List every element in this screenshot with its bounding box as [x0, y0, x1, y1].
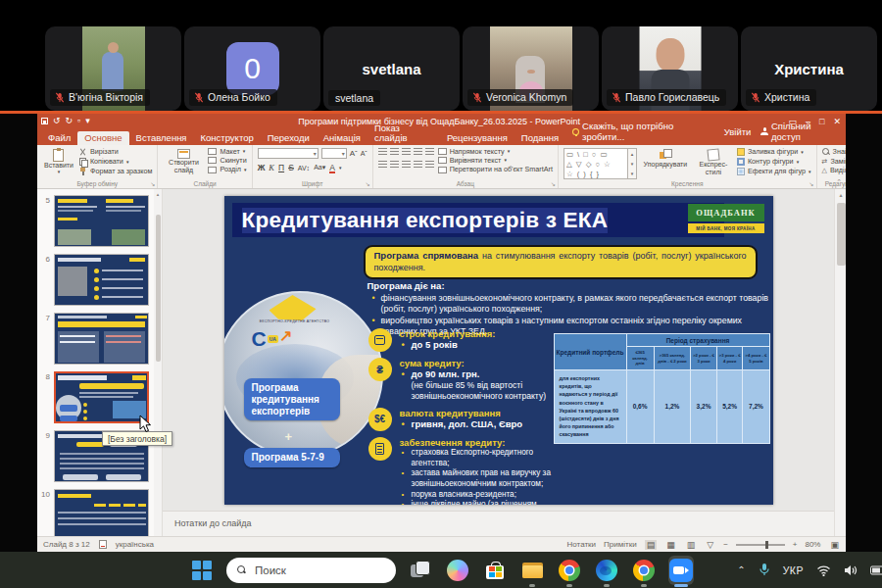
slideshow-view-button[interactable]: ▽: [705, 540, 715, 550]
tab-slideshow[interactable]: Показ слайдів: [368, 122, 440, 145]
tab-file[interactable]: Файл: [41, 131, 77, 146]
share-button[interactable]: Спільний доступ: [760, 121, 839, 142]
character-spacing-icon[interactable]: AV↕: [298, 165, 310, 172]
taskbar-search[interactable]: Поиск: [226, 558, 396, 583]
paste-button[interactable]: Вставити ▾: [42, 148, 75, 175]
chrome-button[interactable]: [557, 558, 582, 583]
font-color-button[interactable]: A: [329, 163, 335, 172]
scrollbar-thumb[interactable]: [837, 203, 846, 266]
edge-button[interactable]: [594, 558, 619, 583]
slide-canvas[interactable]: Кредитування експортерів з ЕКА ОЩАДБАНК …: [224, 196, 773, 505]
tab-animations[interactable]: Анімація: [317, 131, 368, 146]
align-left-icon[interactable]: [378, 161, 387, 169]
participant-tile[interactable]: В'югіна Вікторія: [45, 26, 181, 111]
arrange-button[interactable]: Упорядкувати: [641, 148, 690, 179]
smartart-button[interactable]: Перетворити на об'єкт SmartArt: [438, 166, 553, 172]
task-view-button[interactable]: [408, 558, 433, 583]
text-direction-button[interactable]: Напрямок тексту ▾: [438, 148, 553, 155]
reading-view-button[interactable]: ▥: [685, 540, 698, 550]
thumbnail-item[interactable]: 10: [39, 489, 162, 541]
program-intro-box[interactable]: Програма спрямована на стимулювання експ…: [364, 245, 758, 279]
fit-to-window-icon[interactable]: ▣: [828, 540, 841, 550]
section-button[interactable]: Розділ ▾: [208, 166, 246, 172]
grow-font-icon[interactable]: Aˆ: [350, 150, 358, 158]
change-case-icon[interactable]: Aa▾: [314, 164, 325, 172]
indent-decrease-icon[interactable]: [402, 148, 411, 156]
tab-home[interactable]: Основне: [77, 131, 128, 146]
tab-insert[interactable]: Вставлення: [129, 131, 194, 146]
slide-title-box[interactable]: Кредитування експортерів з ЕКА: [232, 203, 724, 237]
participant-tile[interactable]: Veronica Khomyn: [463, 26, 599, 111]
shape-outline-button[interactable]: Контур фігури ▾: [737, 158, 811, 166]
shape-fill-button[interactable]: Заливка фігури ▾: [737, 148, 811, 156]
participant-tile[interactable]: 0 Олена Бойко: [184, 26, 320, 111]
notes-pane[interactable]: Нотатки до слайда: [163, 511, 834, 536]
zoom-level[interactable]: 80%: [805, 540, 820, 549]
bold-button[interactable]: Ж: [258, 163, 266, 172]
start-slideshow-icon[interactable]: ▫: [77, 117, 80, 125]
format-painter-button[interactable]: Формат за зразком: [79, 168, 153, 175]
font-color-dropdown-icon[interactable]: ▾: [339, 165, 342, 171]
align-right-icon[interactable]: [402, 161, 411, 169]
reset-button[interactable]: Скинути: [208, 157, 246, 164]
justify-icon[interactable]: [414, 161, 422, 169]
indent-increase-icon[interactable]: [414, 148, 422, 156]
scrollbar-thumb[interactable]: [156, 215, 161, 362]
shapes-gallery[interactable]: ▭ \ □ ○ ▭△ ▽ ◇ ○ ☆☆ ( ) { } ▴▾▾: [564, 148, 637, 179]
program-box-1[interactable]: Програма кредитування експортерів: [244, 378, 340, 420]
sign-in-button[interactable]: Увійти: [724, 126, 752, 137]
start-button[interactable]: [189, 558, 215, 583]
wifi-icon[interactable]: [816, 564, 831, 576]
layout-button[interactable]: Макет ▾: [208, 148, 246, 155]
align-text-button[interactable]: Вирівняти текст ▾: [438, 157, 553, 164]
collapse-ribbon-icon[interactable]: ⌃: [836, 178, 842, 186]
participant-tile[interactable]: Христина Христина: [741, 26, 877, 111]
dialog-launcher-icon[interactable]: ↘: [809, 180, 814, 187]
normal-view-button[interactable]: ▤: [645, 540, 658, 550]
dialog-launcher-icon[interactable]: ↘: [551, 180, 556, 187]
comments-toggle[interactable]: Примітки: [604, 540, 637, 549]
participant-tile[interactable]: Павло Гориславець: [602, 26, 738, 111]
dialog-launcher-icon[interactable]: ↘: [150, 180, 155, 187]
thumbnail-item[interactable]: 6: [39, 254, 162, 306]
thumbnail-item[interactable]: 7: [39, 313, 162, 365]
scrollbar-up-icon[interactable]: ▴: [154, 191, 162, 197]
numbered-list-icon[interactable]: [390, 148, 399, 156]
zoom-in-button[interactable]: +: [793, 540, 798, 549]
redo-icon[interactable]: ↻: [66, 117, 74, 125]
thumbnail-scrollbar[interactable]: ▴: [154, 189, 162, 536]
shapes-gallery-scroll[interactable]: ▴▾▾: [628, 148, 637, 179]
notes-toggle[interactable]: Нотатки: [567, 540, 597, 549]
bullet-list-icon[interactable]: [378, 148, 387, 156]
battery-icon[interactable]: [870, 565, 882, 575]
slide-thumbnail[interactable]: [54, 371, 149, 423]
copilot-button[interactable]: [445, 558, 470, 583]
copy-button[interactable]: Копіювати ▾: [79, 158, 153, 166]
language-switcher[interactable]: УКР: [783, 564, 804, 576]
language-indicator[interactable]: українська: [116, 540, 154, 549]
cut-button[interactable]: Вирізати: [79, 148, 153, 156]
zoom-app-button[interactable]: [668, 558, 694, 583]
tell-me-box[interactable]: Скажіть, що потрібно зробити...: [565, 119, 720, 145]
tray-chevron-icon[interactable]: ⌃: [737, 564, 745, 575]
tab-transitions[interactable]: Переходи: [261, 131, 317, 146]
undo-icon[interactable]: ↺: [53, 117, 61, 125]
zoom-out-button[interactable]: −: [723, 540, 728, 549]
chrome-profile2-button[interactable]: [631, 558, 657, 583]
strikethrough-button[interactable]: S: [288, 163, 294, 172]
slide-sorter-view-button[interactable]: ▦: [664, 540, 677, 550]
italic-button[interactable]: К: [269, 163, 274, 172]
font-name-combobox[interactable]: ▾: [258, 148, 318, 159]
spellcheck-icon[interactable]: [99, 540, 107, 549]
dialog-launcher-icon[interactable]: ↘: [366, 180, 370, 187]
zoom-slider-thumb[interactable]: [765, 541, 768, 549]
participant-tile[interactable]: svetlana svetlana: [323, 26, 460, 111]
slide-thumbnail[interactable]: [54, 254, 149, 306]
slide-thumbnail[interactable]: [54, 195, 149, 247]
tab-design[interactable]: Конструктор: [194, 131, 261, 146]
tab-view[interactable]: Подання: [514, 131, 565, 146]
shrink-font-icon[interactable]: Aˇ: [361, 150, 368, 157]
save-icon[interactable]: [41, 118, 48, 124]
columns-icon[interactable]: [425, 161, 434, 169]
font-size-combobox[interactable]: ▾: [321, 148, 347, 159]
